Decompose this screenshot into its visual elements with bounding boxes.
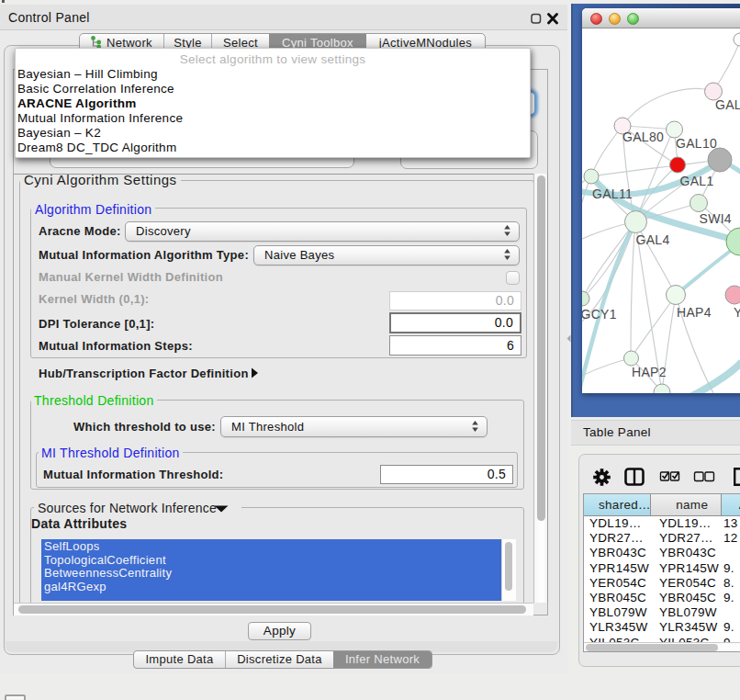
svg-text:GAL10: GAL10: [676, 136, 717, 151]
svg-text:GCY1: GCY1: [582, 307, 617, 322]
svg-text:GAL11: GAL11: [592, 186, 633, 201]
svg-text:GAL4: GAL4: [636, 232, 670, 247]
svg-text:GAL80: GAL80: [622, 130, 664, 144]
svg-text:Y: Y: [734, 305, 740, 320]
svg-text:GAL2: GAL2: [715, 97, 740, 112]
svg-text:HAP2: HAP2: [632, 365, 667, 379]
svg-text:HAP4: HAP4: [677, 305, 712, 320]
svg-text:SWI4: SWI4: [700, 211, 732, 226]
svg-text:GAL1: GAL1: [680, 174, 714, 188]
